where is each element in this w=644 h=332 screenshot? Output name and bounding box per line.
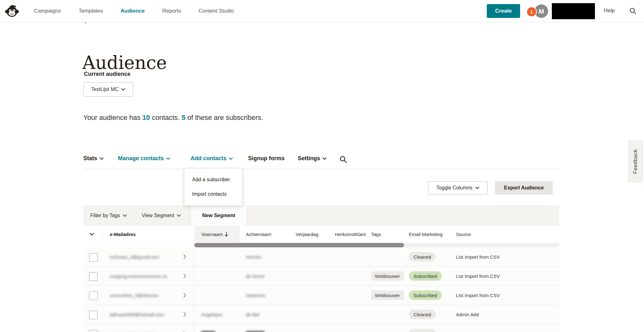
menu-item-import-contacts[interactable]: Import contacts	[184, 187, 242, 201]
column-header-herkomstklant[interactable]: HerkomstKlant	[335, 226, 366, 243]
chevron-right-icon[interactable]	[183, 247, 186, 266]
row-checkbox[interactable]	[89, 330, 98, 332]
notification-badge[interactable]: 1	[526, 7, 537, 17]
mailchimp-logo-icon[interactable]	[4, 3, 19, 19]
source-cell: List Import from CSV	[456, 286, 500, 305]
email-cell-redacted[interactable]: xxfxxxxx_2@gxxxil.xxm	[110, 247, 159, 266]
tab-settings[interactable]: Settings	[298, 155, 326, 162]
email-cell-redacted[interactable]: xxxxxxhixx_2@xilxxxxx	[110, 286, 158, 305]
nav-item-campaigns[interactable]: Campaigns	[34, 8, 61, 14]
subscribers-count: 5	[181, 114, 185, 121]
tab-manage-contacts-label: Manage contacts	[118, 155, 164, 162]
chevron-down-icon	[475, 187, 479, 189]
table-row: xxxxxxxxxxixxxxxxl.xxx xxxxx xxxxxxx Cle…	[83, 324, 559, 332]
status-badge: Subscribed	[409, 271, 442, 281]
tabs-divider	[83, 169, 559, 169]
table-row: adhuwe999@hotmail.com Angelique, de Bal …	[83, 305, 559, 324]
create-button[interactable]: Create	[487, 4, 520, 18]
source-cell: List Import from CSV	[456, 247, 500, 266]
chevron-right-icon[interactable]	[183, 267, 186, 285]
voornaam-cell-redacted: Angelique,	[201, 305, 224, 324]
status-badge: Cleaned	[409, 329, 436, 332]
row-checkbox[interactable]	[89, 272, 98, 281]
email-cell-redacted[interactable]: xxxgxxg.xxxxxxxxxxxxxx.xx	[110, 267, 167, 285]
page-title: Audience	[82, 52, 167, 73]
achternaam-cell-redacted: Heuren	[246, 247, 261, 266]
view-segment-dropdown[interactable]: View Segment	[142, 205, 181, 226]
horizontal-scrollbar-track[interactable]	[194, 243, 559, 247]
chevron-down-icon	[90, 233, 94, 236]
tab-add-contacts-label: Add contacts	[191, 155, 226, 162]
tab-add-contacts[interactable]: Add contacts	[191, 155, 233, 162]
audience-selector-value: TestLijst MC	[91, 87, 119, 92]
search-icon[interactable]	[629, 7, 637, 15]
menu-item-add-subscriber[interactable]: Add a subscriber	[184, 172, 242, 187]
email-cell-redacted[interactable]: xxxxxxxxxxixxxxxxl.xxx	[110, 324, 158, 332]
row-checkbox[interactable]	[89, 291, 98, 300]
horizontal-scrollbar-thumb[interactable]	[194, 243, 404, 247]
new-segment-button[interactable]: New Segment	[191, 205, 247, 226]
table-row: xxxgxxg.xxxxxxxxxxxxxx.xx de Groot Webbo…	[83, 267, 559, 286]
chevron-down-icon	[166, 157, 170, 160]
nav-item-templates[interactable]: Templates	[79, 8, 103, 14]
summary-text: Your audience has	[83, 114, 142, 121]
toggle-columns-label: Toggle Columns	[436, 185, 473, 191]
row-checkbox[interactable]	[89, 311, 98, 319]
filter-bar: Filter by Tags View Segment New Segment	[83, 205, 559, 226]
feedback-tab[interactable]: Feedback	[628, 141, 643, 182]
column-header-voornaam[interactable]: Voornaam	[201, 226, 228, 243]
achternaam-cell-redacted: de Bal	[246, 305, 259, 324]
status-badge: Cleaned	[409, 310, 436, 319]
tab-manage-contacts[interactable]: Manage contacts	[118, 155, 170, 162]
top-nav: Campaigns Templates Audience Reports Con…	[0, 0, 644, 22]
audience-selector-dropdown[interactable]: TestLijst MC	[83, 82, 133, 97]
chevron-right-icon[interactable]	[183, 324, 186, 332]
row-checkbox[interactable]	[89, 253, 98, 262]
tag-chip: Webbouwer	[371, 290, 404, 300]
chevron-right-icon[interactable]	[183, 305, 186, 324]
column-header-tags[interactable]: Tags	[371, 226, 381, 243]
add-contacts-dropdown-menu: Add a subscriber Import contacts	[184, 168, 242, 206]
chevron-down-icon	[229, 157, 233, 160]
email-cell-redacted[interactable]: adhuwe999@hotmail.com	[110, 305, 164, 324]
chevron-down-icon	[323, 157, 326, 160]
chevron-right-icon[interactable]	[183, 286, 186, 305]
audience-tabs: Stats Manage contacts Add contacts Signu…	[0, 155, 644, 164]
select-all-dropdown[interactable]	[90, 226, 94, 243]
help-link[interactable]: Help	[604, 8, 615, 14]
tab-signup-forms[interactable]: Signup forms	[248, 155, 285, 162]
email-marketing-cell: Subscribed	[409, 267, 442, 285]
table-search-icon[interactable]	[339, 155, 347, 163]
export-audience-button[interactable]: Export Audience	[495, 181, 553, 194]
tab-settings-label: Settings	[298, 155, 320, 162]
column-header-source[interactable]: Source	[456, 226, 471, 243]
audience-page: Campaigns Templates Audience Reports Con…	[0, 0, 644, 332]
tab-signup-forms-label: Signup forms	[248, 155, 285, 162]
sort-descending-icon	[225, 232, 228, 237]
toggle-columns-button[interactable]: Toggle Columns	[428, 181, 488, 194]
achternaam-cell-redacted: Harkema	[246, 286, 265, 305]
nav-item-reports[interactable]: Reports	[162, 8, 181, 14]
source-cell: Admin Add	[456, 305, 479, 324]
email-marketing-cell: Cleaned	[409, 247, 436, 266]
filter-by-tags-dropdown[interactable]: Filter by Tags	[90, 205, 127, 226]
summary-text: contacts.	[150, 114, 181, 121]
view-segment-label: View Segment	[142, 213, 174, 218]
nav-item-content-studio[interactable]: Content Studio	[199, 8, 234, 14]
chevron-down-icon	[123, 214, 127, 217]
column-header-email[interactable]: e-Mailadres	[110, 226, 136, 243]
tab-stats[interactable]: Stats	[83, 155, 103, 162]
nav-item-audience[interactable]: Audience	[120, 8, 145, 14]
email-marketing-cell: Cleaned	[409, 305, 436, 324]
chevron-down-icon	[121, 88, 125, 91]
column-header-verjaardag[interactable]: Verjaardag	[296, 226, 319, 243]
tag-chip: Webbouwer	[371, 271, 404, 281]
feedback-label: Feedback	[632, 149, 639, 174]
redacted-account-name	[552, 3, 595, 19]
column-header-email-marketing[interactable]: Email Marketing	[409, 226, 443, 243]
table-header: e-Mailadres Voornaam Achternaam Verjaard…	[83, 226, 559, 243]
chevron-down-icon	[177, 214, 181, 217]
tab-stats-label: Stats	[83, 155, 97, 162]
column-header-achternaam[interactable]: Achternaam	[246, 226, 271, 243]
achternaam-cell-redacted: de Groot	[246, 267, 264, 285]
